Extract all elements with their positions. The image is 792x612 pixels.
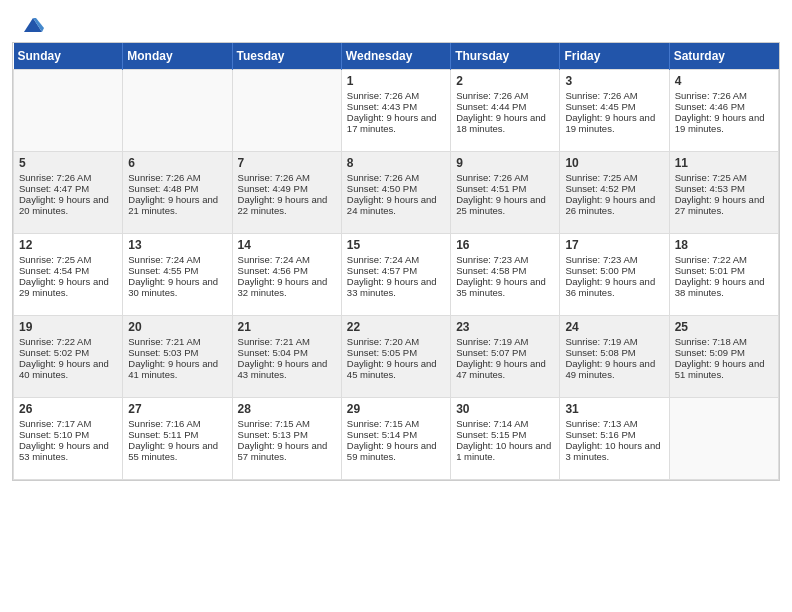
day-cell-18: 18 Sunrise: 7:22 AM Sunset: 5:01 PM Dayl… [669, 234, 778, 316]
sunrise-label: Sunrise: 7:26 AM [565, 90, 637, 101]
sunset-label: Sunset: 4:45 PM [565, 101, 635, 112]
sunset-label: Sunset: 5:02 PM [19, 347, 89, 358]
day-cell-13: 13 Sunrise: 7:24 AM Sunset: 4:55 PM Dayl… [123, 234, 232, 316]
day-number: 6 [128, 156, 226, 170]
daylight-label: Daylight: 9 hours and 59 minutes. [347, 440, 437, 462]
daylight-label: Daylight: 9 hours and 19 minutes. [675, 112, 765, 134]
daylight-label: Daylight: 9 hours and 25 minutes. [456, 194, 546, 216]
sunrise-label: Sunrise: 7:25 AM [675, 172, 747, 183]
day-number: 4 [675, 74, 773, 88]
calendar-week-row: 26 Sunrise: 7:17 AM Sunset: 5:10 PM Dayl… [14, 398, 779, 480]
sunset-label: Sunset: 5:15 PM [456, 429, 526, 440]
day-number: 12 [19, 238, 117, 252]
sunset-label: Sunset: 4:50 PM [347, 183, 417, 194]
sunset-label: Sunset: 4:46 PM [675, 101, 745, 112]
sunrise-label: Sunrise: 7:26 AM [128, 172, 200, 183]
day-number: 29 [347, 402, 445, 416]
day-header-sunday: Sunday [14, 43, 123, 70]
sunset-label: Sunset: 4:58 PM [456, 265, 526, 276]
day-cell-30: 30 Sunrise: 7:14 AM Sunset: 5:15 PM Dayl… [451, 398, 560, 480]
daylight-label: Daylight: 9 hours and 55 minutes. [128, 440, 218, 462]
sunrise-label: Sunrise: 7:13 AM [565, 418, 637, 429]
daylight-label: Daylight: 9 hours and 19 minutes. [565, 112, 655, 134]
sunrise-label: Sunrise: 7:15 AM [238, 418, 310, 429]
sunrise-label: Sunrise: 7:26 AM [19, 172, 91, 183]
day-number: 1 [347, 74, 445, 88]
day-cell-23: 23 Sunrise: 7:19 AM Sunset: 5:07 PM Dayl… [451, 316, 560, 398]
sunrise-label: Sunrise: 7:26 AM [456, 172, 528, 183]
daylight-label: Daylight: 9 hours and 53 minutes. [19, 440, 109, 462]
day-cell-21: 21 Sunrise: 7:21 AM Sunset: 5:04 PM Dayl… [232, 316, 341, 398]
empty-cell [14, 70, 123, 152]
sunset-label: Sunset: 5:11 PM [128, 429, 198, 440]
day-number: 26 [19, 402, 117, 416]
day-cell-28: 28 Sunrise: 7:15 AM Sunset: 5:13 PM Dayl… [232, 398, 341, 480]
sunset-label: Sunset: 5:16 PM [565, 429, 635, 440]
sunset-label: Sunset: 5:01 PM [675, 265, 745, 276]
day-number: 31 [565, 402, 663, 416]
day-number: 14 [238, 238, 336, 252]
day-header-saturday: Saturday [669, 43, 778, 70]
daylight-label: Daylight: 9 hours and 38 minutes. [675, 276, 765, 298]
sunset-label: Sunset: 5:07 PM [456, 347, 526, 358]
daylight-label: Daylight: 9 hours and 27 minutes. [675, 194, 765, 216]
daylight-label: Daylight: 9 hours and 20 minutes. [19, 194, 109, 216]
day-number: 20 [128, 320, 226, 334]
sunrise-label: Sunrise: 7:26 AM [675, 90, 747, 101]
sunset-label: Sunset: 4:49 PM [238, 183, 308, 194]
day-cell-7: 7 Sunrise: 7:26 AM Sunset: 4:49 PM Dayli… [232, 152, 341, 234]
sunset-label: Sunset: 5:13 PM [238, 429, 308, 440]
day-number: 17 [565, 238, 663, 252]
sunrise-label: Sunrise: 7:19 AM [456, 336, 528, 347]
sunset-label: Sunset: 5:03 PM [128, 347, 198, 358]
day-cell-16: 16 Sunrise: 7:23 AM Sunset: 4:58 PM Dayl… [451, 234, 560, 316]
day-cell-29: 29 Sunrise: 7:15 AM Sunset: 5:14 PM Dayl… [341, 398, 450, 480]
day-cell-19: 19 Sunrise: 7:22 AM Sunset: 5:02 PM Dayl… [14, 316, 123, 398]
sunrise-label: Sunrise: 7:24 AM [347, 254, 419, 265]
day-number: 10 [565, 156, 663, 170]
day-number: 28 [238, 402, 336, 416]
day-cell-3: 3 Sunrise: 7:26 AM Sunset: 4:45 PM Dayli… [560, 70, 669, 152]
day-cell-9: 9 Sunrise: 7:26 AM Sunset: 4:51 PM Dayli… [451, 152, 560, 234]
sunrise-label: Sunrise: 7:21 AM [238, 336, 310, 347]
sunrise-label: Sunrise: 7:26 AM [238, 172, 310, 183]
daylight-label: Daylight: 9 hours and 49 minutes. [565, 358, 655, 380]
daylight-label: Daylight: 9 hours and 21 minutes. [128, 194, 218, 216]
sunset-label: Sunset: 4:52 PM [565, 183, 635, 194]
day-cell-5: 5 Sunrise: 7:26 AM Sunset: 4:47 PM Dayli… [14, 152, 123, 234]
sunset-label: Sunset: 4:48 PM [128, 183, 198, 194]
sunset-label: Sunset: 4:54 PM [19, 265, 89, 276]
calendar-week-row: 12 Sunrise: 7:25 AM Sunset: 4:54 PM Dayl… [14, 234, 779, 316]
day-cell-11: 11 Sunrise: 7:25 AM Sunset: 4:53 PM Dayl… [669, 152, 778, 234]
day-number: 30 [456, 402, 554, 416]
sunrise-label: Sunrise: 7:26 AM [456, 90, 528, 101]
day-number: 5 [19, 156, 117, 170]
day-number: 24 [565, 320, 663, 334]
daylight-label: Daylight: 9 hours and 26 minutes. [565, 194, 655, 216]
daylight-label: Daylight: 9 hours and 41 minutes. [128, 358, 218, 380]
day-number: 15 [347, 238, 445, 252]
daylight-label: Daylight: 9 hours and 33 minutes. [347, 276, 437, 298]
day-cell-20: 20 Sunrise: 7:21 AM Sunset: 5:03 PM Dayl… [123, 316, 232, 398]
calendar: SundayMondayTuesdayWednesdayThursdayFrid… [12, 42, 780, 481]
sunset-label: Sunset: 5:05 PM [347, 347, 417, 358]
day-number: 9 [456, 156, 554, 170]
day-number: 23 [456, 320, 554, 334]
sunset-label: Sunset: 5:04 PM [238, 347, 308, 358]
day-header-thursday: Thursday [451, 43, 560, 70]
sunset-label: Sunset: 4:53 PM [675, 183, 745, 194]
day-cell-2: 2 Sunrise: 7:26 AM Sunset: 4:44 PM Dayli… [451, 70, 560, 152]
day-number: 21 [238, 320, 336, 334]
sunrise-label: Sunrise: 7:23 AM [456, 254, 528, 265]
day-cell-15: 15 Sunrise: 7:24 AM Sunset: 4:57 PM Dayl… [341, 234, 450, 316]
day-cell-17: 17 Sunrise: 7:23 AM Sunset: 5:00 PM Dayl… [560, 234, 669, 316]
sunrise-label: Sunrise: 7:15 AM [347, 418, 419, 429]
sunrise-label: Sunrise: 7:16 AM [128, 418, 200, 429]
day-cell-4: 4 Sunrise: 7:26 AM Sunset: 4:46 PM Dayli… [669, 70, 778, 152]
daylight-label: Daylight: 10 hours and 1 minute. [456, 440, 551, 462]
daylight-label: Daylight: 10 hours and 3 minutes. [565, 440, 660, 462]
daylight-label: Daylight: 9 hours and 32 minutes. [238, 276, 328, 298]
sunset-label: Sunset: 5:08 PM [565, 347, 635, 358]
daylight-label: Daylight: 9 hours and 22 minutes. [238, 194, 328, 216]
daylight-label: Daylight: 9 hours and 45 minutes. [347, 358, 437, 380]
